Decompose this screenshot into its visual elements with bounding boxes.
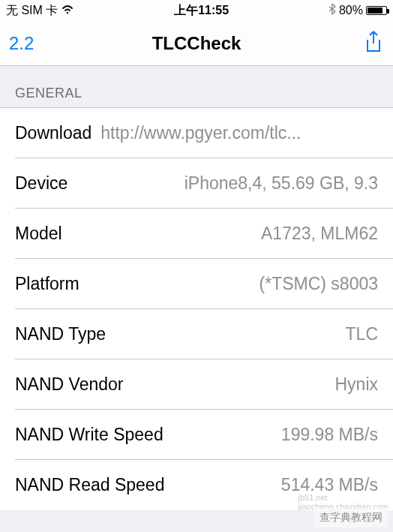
- status-carrier: 无 SIM 卡: [6, 3, 74, 19]
- svg-point-0: [67, 12, 68, 14]
- battery-percent: 80%: [339, 4, 363, 17]
- share-icon: [363, 30, 384, 54]
- section-header: GENERAL: [0, 66, 393, 107]
- row-device: Device iPhone8,4, 55.69 GB, 9.3: [0, 158, 393, 209]
- cell-label: Device: [15, 173, 68, 194]
- nav-bar: 2.2 TLCCheck: [0, 21, 393, 66]
- cell-value: 514.43 MB/s: [272, 475, 378, 495]
- battery-icon: [366, 6, 387, 15]
- cell-label: NAND Vendor: [15, 374, 123, 395]
- cell-value: iPhone8,4, 55.69 GB, 9.3: [176, 173, 378, 194]
- row-model: Model A1723, MLM62: [0, 209, 393, 259]
- cell-label: NAND Read Speed: [15, 475, 164, 495]
- cell-label: Model: [15, 224, 62, 244]
- status-time: 上午11:55: [174, 3, 229, 19]
- cell-value: http://www.pgyer.com/tlc...: [100, 123, 301, 143]
- row-nand-write-speed: NAND Write Speed 199.98 MB/s: [0, 410, 393, 460]
- row-download[interactable]: Download http://www.pgyer.com/tlc...: [0, 108, 393, 158]
- share-button[interactable]: [363, 30, 384, 57]
- row-nand-vendor: NAND Vendor Hynix: [0, 359, 393, 410]
- cell-value: A1723, MLM62: [252, 224, 378, 244]
- watermark: 查字典教程网: [314, 508, 388, 527]
- bluetooth-icon: [328, 3, 336, 18]
- cell-label: Platform: [15, 274, 80, 294]
- general-group: Download http://www.pgyer.com/tlc... Dev…: [0, 107, 393, 510]
- nav-back[interactable]: 2.2: [9, 33, 34, 54]
- cell-label: NAND Write Speed: [15, 425, 164, 445]
- row-platform: Platform (*TSMC) s8003: [0, 259, 393, 309]
- cell-label: Download: [15, 123, 92, 143]
- cell-value: (*TSMC) s8003: [250, 274, 378, 294]
- wifi-icon: [61, 4, 74, 17]
- cell-value: Hynix: [326, 374, 378, 395]
- cell-value: TLC: [337, 324, 378, 344]
- row-nand-type: NAND Type TLC: [0, 309, 393, 359]
- cell-value: 199.98 MB/s: [272, 425, 378, 445]
- status-right: 80%: [328, 3, 387, 18]
- status-bar: 无 SIM 卡 上午11:55 80%: [0, 0, 393, 21]
- nav-title: TLCCheck: [152, 33, 242, 54]
- cell-label: NAND Type: [15, 324, 106, 344]
- carrier-text: 无 SIM 卡: [6, 3, 58, 19]
